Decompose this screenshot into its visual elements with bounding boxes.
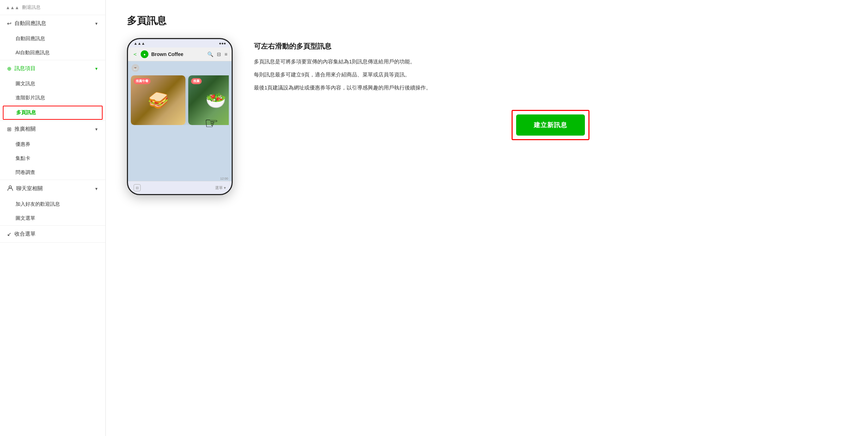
sidebar-section-promo-header[interactable]: ⊞ 推廣相關 ▼ — [0, 121, 105, 137]
sidebar-item-video-msg[interactable]: 進階影片訊息 — [0, 91, 105, 105]
sidebar-section-message-label: 訊息項目 — [14, 65, 36, 72]
info-title: 可左右滑動的多頁型訊息 — [254, 42, 847, 51]
hand-cursor-icon: ☞ — [204, 114, 218, 132]
menu-dot-icon: ⊟ — [134, 184, 141, 191]
page-title: 多頁訊息 — [127, 14, 847, 27]
chevron-down-icon: ▼ — [94, 21, 98, 26]
sidebar-section-message-header[interactable]: ⊕ 訊息項目 ▼ — [0, 60, 105, 77]
carousel-card-1: 推薦午餐 🥪 綜合三明治套餐 使用了大量新鮮蔬菜的三明治，也有附飲料的優惠套餐！… — [131, 75, 185, 125]
chevron-down-icon-3: ▼ — [94, 127, 98, 131]
menu-label: 選單 ▾ — [215, 185, 226, 191]
signal-icon: ▲▲▲ — [6, 5, 19, 10]
sidebar-section-auto-reply: ↩ 自動回應訊息 ▼ 自動回應訊息 AI自動回應訊息 — [0, 15, 105, 60]
card-image-sandwich: 推薦午餐 🥪 — [131, 75, 185, 125]
sidebar-item-rich-menu[interactable]: 圖文選單 — [0, 211, 105, 225]
card-badge-2: 推薦 — [191, 78, 202, 84]
phone-body: ☕ ← 推薦午餐 🥪 綜合三明治套餐 — [128, 61, 232, 181]
chat-header-icons: 🔍 ⊟ ≡ — [207, 51, 227, 57]
menu-icon: ≡ — [225, 51, 227, 57]
search-icon: 🔍 — [207, 51, 213, 57]
sidebar-section-auto-reply-label: 自動回應訊息 — [14, 20, 46, 27]
content-area: ▲▲▲ ●●● ＜ ● Brown Coffee 🔍 ⊟ ≡ ☕ ← — [127, 38, 847, 195]
timestamp: 12:00 — [220, 177, 228, 181]
sidebar-section-chat: 聊天室相關 ▼ 加入好友的歡迎訊息 圖文選單 — [0, 180, 105, 226]
back-arrow-icon: ＜ — [132, 51, 138, 58]
info-paragraph-1: 多頁訊息是可將多項要宣傳的內容集結為1則訊息傳送給用戶的功能。 — [254, 57, 847, 66]
sidebar-item-auto-reply-msg[interactable]: 自動回應訊息 — [0, 32, 105, 46]
sidebar-item-image-text-msg[interactable]: 圖文訊息 — [0, 77, 105, 91]
sidebar-section-auto-reply-header[interactable]: ↩ 自動回應訊息 ▼ — [0, 15, 105, 32]
sidebar-section-promo-label: 推廣相關 — [14, 126, 36, 132]
sidebar-item-coupon[interactable]: 優惠券 — [0, 137, 105, 151]
line-dot-icon: ● — [141, 50, 148, 58]
phone-mockup: ▲▲▲ ●●● ＜ ● Brown Coffee 🔍 ⊟ ≡ ☕ ← — [127, 38, 233, 195]
info-panel: 可左右滑動的多頁型訊息 多頁訊息是可將多項要宣傳的內容集結為1則訊息傳送給用戶的… — [254, 38, 847, 140]
grid-icon: ⊞ — [7, 126, 12, 132]
sidebar: ▲▲▲ 刪退訊息 ↩ 自動回應訊息 ▼ 自動回應訊息 AI自動回應訊息 ⊕ 訊息… — [0, 0, 106, 436]
shop-name: Brown Coffee — [151, 51, 204, 57]
create-button-border: 建立新訊息 — [512, 110, 589, 140]
phone-status-bar: ▲▲▲ ●●● — [128, 39, 232, 48]
phone-bottom-bar: ⊟ 選單 ▾ — [128, 181, 232, 194]
phone-battery: ●●● — [219, 41, 226, 45]
main-content: 多頁訊息 ▲▲▲ ●●● ＜ ● Brown Coffee 🔍 ⊟ ≡ — [106, 0, 868, 436]
grid-icon-2: ⊟ — [217, 51, 221, 57]
sidebar-item-stamp-card[interactable]: 集點卡 — [0, 151, 105, 166]
chevron-down-icon-4: ▼ — [94, 187, 98, 191]
card-badge-1: 推薦午餐 — [134, 78, 151, 84]
person-icon — [7, 185, 13, 192]
phone-signal: ▲▲▲ — [134, 41, 145, 45]
sidebar-item-survey[interactable]: 問卷調查 — [0, 166, 105, 180]
sidebar-section-collapse-header[interactable]: ↙ 收合選單 — [0, 226, 105, 242]
collapse-icon: ↙ — [7, 231, 12, 237]
phone-sticker: ☕ — [132, 64, 139, 72]
sidebar-section-promo: ⊞ 推廣相關 ▼ 優惠券 集點卡 問卷調查 — [0, 121, 105, 180]
sidebar-section-message-items: ⊕ 訊息項目 ▼ 圖文訊息 進階影片訊息 多頁訊息 — [0, 60, 105, 121]
sidebar-item-ai-auto-reply[interactable]: AI自動回應訊息 — [0, 46, 105, 60]
reply-icon: ↩ — [7, 20, 12, 27]
plus-circle-icon: ⊕ — [7, 66, 12, 72]
sidebar-item-multipage-msg[interactable]: 多頁訊息 — [3, 106, 103, 120]
phone-chat-header: ＜ ● Brown Coffee 🔍 ⊟ ≡ — [128, 48, 232, 61]
sidebar-section-chat-header[interactable]: 聊天室相關 ▼ — [0, 180, 105, 197]
sidebar-section-collapse-label: 收合選單 — [14, 231, 36, 237]
info-paragraph-2: 每則訊息最多可建立9頁，適合用來介紹商品、菜單或店員等資訊。 — [254, 70, 847, 79]
info-paragraph-3: 最後1頁建議設為網址或優惠券等內容，以引導感興趣的用戶執行後續操作。 — [254, 83, 847, 92]
sidebar-header: ▲▲▲ 刪退訊息 — [0, 0, 105, 15]
sidebar-section-collapse: ↙ 收合選單 — [0, 226, 105, 243]
sidebar-section-chat-label: 聊天室相關 — [16, 185, 43, 192]
chevron-down-icon-2: ▼ — [94, 67, 98, 71]
sidebar-header-title: 刪退訊息 — [22, 4, 41, 11]
create-button-wrapper: 建立新訊息 — [254, 110, 847, 140]
create-new-message-button[interactable]: 建立新訊息 — [516, 114, 585, 136]
sidebar-item-welcome-msg[interactable]: 加入好友的歡迎訊息 — [0, 197, 105, 211]
